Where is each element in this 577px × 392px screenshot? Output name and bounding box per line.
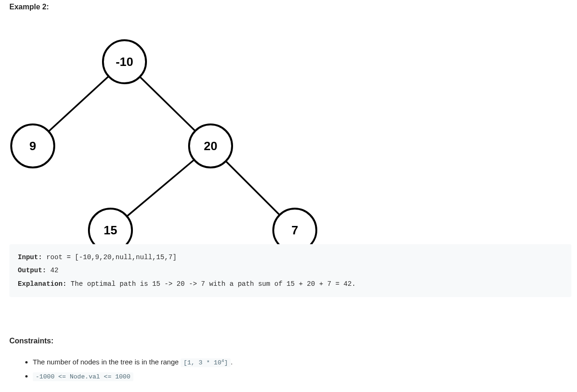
example-heading: Example 2: (9, 3, 568, 11)
tree-node-right-left: 15 (104, 223, 117, 237)
tree-node-root: -10 (116, 55, 133, 69)
constraint-code: -1000 <= Node.val <= 1000 (33, 372, 133, 381)
constraint-item: The number of nodes in the tree is in th… (33, 356, 568, 369)
constraint-text: The number of nodes in the tree is in th… (33, 358, 181, 366)
input-label: Input: (18, 254, 42, 261)
output-value: 42 (46, 267, 58, 274)
output-label: Output: (18, 267, 46, 274)
tree-diagram: -10 9 20 15 7 (9, 20, 568, 244)
input-value: root = [-10,9,20,null,null,15,7] (42, 254, 176, 261)
tree-node-left: 9 (29, 139, 36, 153)
tree-node-right: 20 (204, 139, 218, 153)
constraint-item: -1000 <= Node.val <= 1000 (33, 370, 568, 383)
explanation-label: Explanation: (18, 280, 66, 288)
constraints-list: The number of nodes in the tree is in th… (9, 356, 568, 383)
example-code-block: Input: root = [-10,9,20,null,null,15,7] … (9, 244, 571, 297)
constraint-code: [1, 3 * 104] (181, 358, 231, 367)
constraints-heading: Constraints: (9, 337, 568, 345)
constraint-suffix: . (231, 358, 233, 366)
tree-node-right-right: 7 (292, 223, 298, 237)
explanation-value: The optimal path is 15 -> 20 -> 7 with a… (66, 280, 356, 288)
